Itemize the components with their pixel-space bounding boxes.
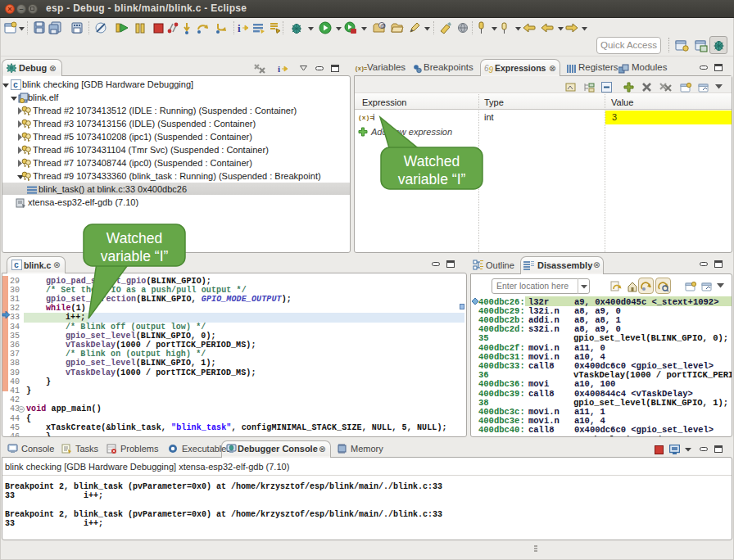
svg-text:variable “I”: variable “I” [101, 248, 169, 264]
svg-text:Watched: Watched [106, 230, 162, 246]
